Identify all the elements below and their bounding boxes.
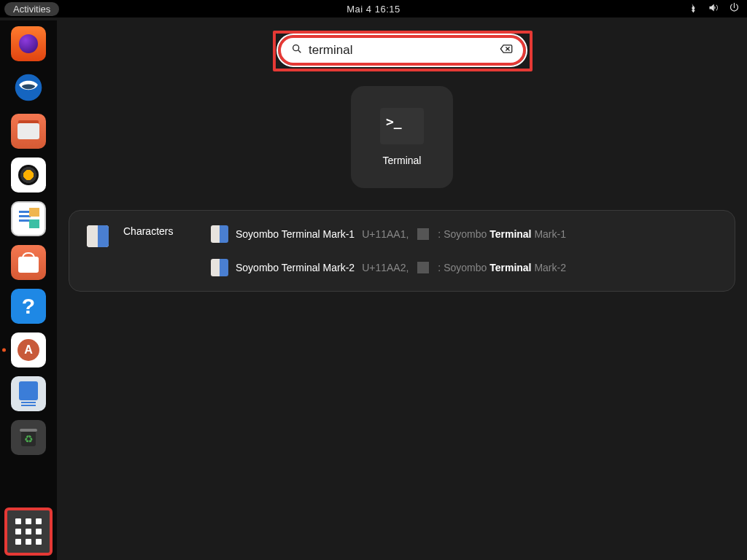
characters-search-provider: Characters Soyombo Terminal Mark-1 U+11A… — [69, 210, 735, 292]
terminal-icon: >_ — [380, 108, 424, 144]
dock-item-files[interactable] — [9, 112, 47, 150]
top-panel: Activities Mai 4 16:15 — [0, 0, 747, 18]
terminal-prompt-icon: >_ — [386, 114, 402, 129]
activities-button[interactable]: Activities — [4, 2, 59, 16]
search-input[interactable] — [303, 43, 500, 58]
search-icon — [291, 43, 303, 58]
character-codepoint: U+11AA2, — [362, 262, 409, 273]
apps-grid-icon — [15, 518, 42, 545]
dock-item-software-updater[interactable]: A — [9, 331, 47, 369]
dock-item-libreoffice[interactable] — [9, 200, 47, 238]
search-box[interactable] — [278, 35, 526, 66]
character-sample-swatch — [417, 262, 429, 273]
characters-title: Characters — [123, 225, 196, 237]
character-sample-swatch — [417, 228, 429, 240]
svg-line-2 — [298, 50, 301, 52]
dash-dock: ? A ♻ — [0, 20, 57, 560]
network-icon[interactable] — [686, 2, 697, 15]
clock[interactable]: Mai 4 16:15 — [347, 4, 400, 15]
character-desc: : Soyombo Terminal Mark-2 — [438, 262, 566, 273]
character-result-1[interactable]: Soyombo Terminal Mark-1 U+11AA1, : Soyom… — [211, 225, 717, 243]
character-desc: : Soyombo Terminal Mark-1 — [438, 228, 566, 240]
dock-item-help[interactable]: ? — [9, 287, 47, 325]
overview-main: >_ Terminal Characters Soyombo Terminal … — [57, 20, 747, 560]
show-applications-button[interactable] — [4, 508, 53, 556]
volume-icon[interactable] — [708, 2, 719, 15]
dock-item-screenshot[interactable] — [9, 375, 47, 413]
character-codepoint: U+11AA1, — [362, 228, 409, 240]
clear-search-icon[interactable] — [500, 44, 513, 57]
character-glyph-icon — [211, 259, 228, 276]
running-indicator — [2, 349, 6, 352]
dock-item-firefox[interactable] — [9, 25, 47, 63]
app-result-label: Terminal — [383, 155, 422, 166]
dock-item-trash[interactable]: ♻ — [9, 419, 47, 456]
search-result-app-terminal[interactable]: >_ Terminal — [351, 86, 453, 188]
character-name: Soyombo Terminal Mark-1 — [236, 228, 355, 240]
dock-item-thunderbird[interactable] — [9, 69, 47, 106]
character-result-2[interactable]: Soyombo Terminal Mark-2 U+11AA2, : Soyom… — [211, 259, 717, 276]
power-icon[interactable] — [729, 2, 740, 15]
character-name: Soyombo Terminal Mark-2 — [236, 262, 355, 273]
characters-app-icon[interactable] — [87, 225, 109, 247]
dock-item-rhythmbox[interactable] — [9, 156, 47, 194]
svg-point-1 — [293, 45, 299, 51]
dock-item-software-store[interactable] — [9, 244, 47, 281]
character-glyph-icon — [211, 225, 228, 243]
